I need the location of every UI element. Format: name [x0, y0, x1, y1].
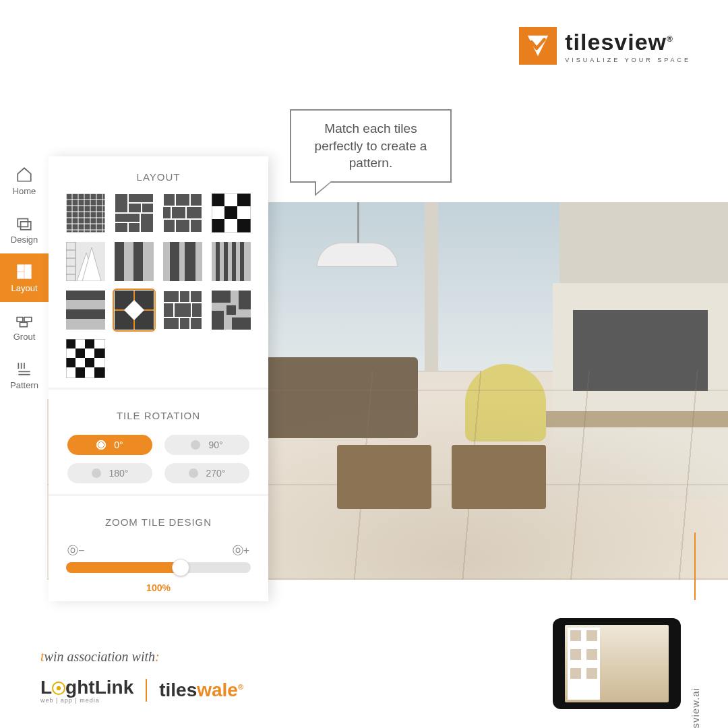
radio-dot-icon: [189, 468, 198, 478]
side-nav: Home Design Layout Grout Pattern: [0, 156, 49, 399]
tablet-mockup: [553, 618, 681, 709]
tooltip-speech-bubble: Match each tiles perfectly to create a p…: [290, 109, 452, 183]
nav-home-label: Home: [13, 186, 36, 196]
svg-rect-35: [212, 193, 224, 206]
section-title-zoom: ZOOM TILE DESIGN: [49, 502, 268, 539]
svg-rect-5: [18, 272, 24, 278]
layout-swatch-brick-offset[interactable]: [163, 193, 202, 233]
svg-rect-1: [18, 218, 28, 226]
svg-rect-87: [66, 358, 75, 367]
layout-swatch-diamond-center[interactable]: [115, 291, 154, 330]
accent-rule: [694, 533, 696, 600]
layout-swatch-stripes-thin[interactable]: [212, 242, 251, 281]
svg-rect-90: [94, 367, 105, 378]
svg-rect-78: [239, 291, 251, 309]
rotation-270-label: 270°: [206, 468, 226, 479]
rotation-90-label: 90°: [208, 439, 222, 450]
nav-layout-label: Layout: [11, 283, 37, 293]
layout-swatch-weave-blocks[interactable]: [163, 291, 202, 330]
rotation-180-button[interactable]: 180°: [67, 463, 152, 483]
svg-rect-60: [66, 309, 105, 319]
zoom-in-icon[interactable]: ⓞ+: [233, 544, 249, 558]
zoom-out-icon[interactable]: ⓞ−: [67, 544, 84, 558]
pattern-icon: [16, 360, 33, 377]
nav-home[interactable]: Home: [0, 156, 49, 205]
rotation-buttons: 0° 90° 180° 270°: [49, 432, 268, 494]
nav-grout-label: Grout: [13, 332, 36, 342]
section-title-rotation: TILE ROTATION: [49, 395, 268, 432]
layout-swatch-grid-small[interactable]: [66, 193, 105, 233]
svg-rect-36: [237, 193, 251, 206]
svg-rect-79: [212, 311, 224, 330]
svg-rect-88: [85, 358, 94, 367]
layout-grid: [49, 193, 268, 388]
svg-rect-86: [94, 348, 105, 358]
layout-swatch-bands-horiz[interactable]: [66, 291, 105, 330]
rotation-90-button[interactable]: 90°: [164, 435, 249, 455]
layout-panel: LAYOUT TILE ROTATION 0° 90° 180° 270° ZO…: [49, 156, 268, 601]
nav-design-label: Design: [11, 235, 38, 245]
svg-rect-57: [240, 242, 244, 281]
brand-name: tilesview®: [565, 29, 691, 55]
svg-rect-89: [75, 367, 85, 378]
nav-design[interactable]: Design: [0, 205, 49, 253]
nav-layout[interactable]: Layout: [0, 253, 49, 302]
rotation-270-button[interactable]: 270°: [164, 463, 249, 483]
layout-icon: [16, 263, 33, 280]
radio-dot-icon: [96, 440, 106, 450]
layout-swatch-pinwheel[interactable]: [212, 291, 251, 330]
brand-mark-icon: [519, 27, 557, 65]
brand-logo: tilesview® VISUALIZE YOUR SPACE: [519, 27, 691, 65]
svg-rect-7: [24, 317, 32, 322]
svg-rect-6: [17, 317, 23, 322]
footer: twin association with: LghtLink web | ap…: [40, 649, 243, 704]
svg-rect-84: [85, 339, 94, 348]
svg-rect-81: [226, 305, 236, 315]
svg-rect-61: [66, 319, 105, 330]
svg-rect-37: [224, 206, 237, 219]
zoom-slider-thumb[interactable]: [172, 559, 189, 576]
layout-swatch-triangles[interactable]: [66, 242, 105, 281]
brand-tagline: VISUALIZE YOUR SPACE: [565, 57, 691, 63]
radio-dot-icon: [92, 468, 101, 478]
layout-swatch-stripes-varied[interactable]: [163, 242, 202, 281]
svg-rect-44: [115, 242, 124, 281]
svg-rect-49: [170, 242, 179, 281]
nav-grout[interactable]: Grout: [0, 302, 49, 351]
association-text: twin association with:: [40, 649, 243, 665]
nav-pattern[interactable]: Pattern: [0, 351, 49, 399]
svg-rect-45: [124, 242, 133, 281]
website-url: tilesview.ai: [690, 688, 701, 728]
zoom-slider[interactable]: [66, 562, 251, 573]
svg-rect-51: [185, 242, 195, 281]
svg-rect-2: [21, 221, 31, 229]
nav-pattern-label: Pattern: [10, 380, 38, 390]
layout-swatch-stripes-vert[interactable]: [115, 242, 154, 281]
svg-rect-8: [20, 322, 28, 327]
rotation-0-label: 0°: [114, 439, 123, 450]
radio-dot-icon: [191, 440, 200, 450]
home-icon: [16, 166, 33, 183]
svg-rect-58: [66, 291, 105, 300]
svg-rect-50: [179, 242, 185, 281]
svg-rect-85: [75, 348, 85, 358]
layout-swatch-checker-offset[interactable]: [66, 339, 105, 378]
grout-icon: [16, 311, 33, 329]
svg-rect-54: [216, 242, 220, 281]
svg-rect-52: [195, 242, 202, 281]
rotation-0-button[interactable]: 0°: [67, 435, 152, 455]
svg-rect-46: [133, 242, 143, 281]
svg-rect-48: [163, 242, 170, 281]
layout-swatch-brick-mix[interactable]: [115, 193, 154, 233]
design-icon: [16, 214, 33, 232]
layout-swatch-checker-large[interactable]: [212, 193, 251, 233]
footer-divider: [146, 679, 147, 702]
svg-rect-4: [25, 265, 31, 278]
lightlink-logo: LghtLink web | app | media: [40, 677, 133, 704]
svg-rect-77: [212, 291, 231, 303]
rotation-180-label: 180°: [109, 468, 129, 479]
svg-rect-55: [224, 242, 228, 281]
svg-rect-59: [66, 300, 105, 309]
svg-rect-3: [18, 265, 24, 271]
zoom-value: 100%: [66, 582, 251, 593]
